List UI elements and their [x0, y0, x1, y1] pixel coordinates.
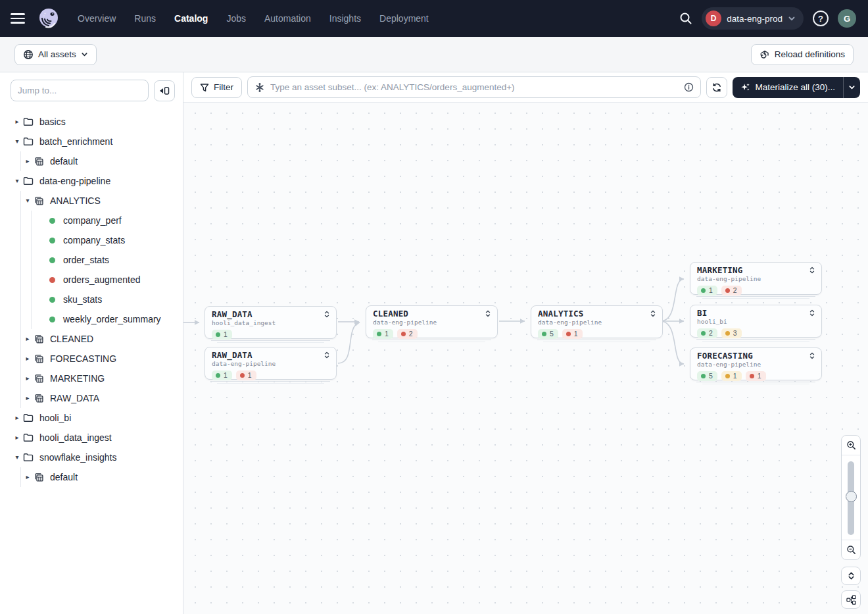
tree-item-batch_enrichment[interactable]: ▾batch_enrichment — [0, 132, 183, 151]
caret-right-icon[interactable]: ▸ — [22, 395, 33, 401]
nav-item-jobs[interactable]: Jobs — [226, 13, 246, 24]
asset-scope-button[interactable]: All assets — [14, 44, 97, 65]
asset-group-node-cleaned[interactable]: CLEANEDdata-eng-pipeline12 — [366, 305, 498, 338]
tree-item-default[interactable]: ▸default — [0, 151, 183, 171]
indent-guide — [31, 230, 32, 250]
node-title: MARKETING — [697, 266, 743, 275]
tree-item-label: hooli_bi — [39, 413, 71, 423]
tree-item-label: default — [50, 472, 78, 482]
dagster-app: OverviewRunsCatalogJobsAutomationInsight… — [0, 0, 868, 614]
unfold-icon[interactable] — [324, 311, 330, 318]
node-title: ANALYTICS — [538, 309, 584, 319]
tree-item-label: FORECASTING — [50, 353, 116, 364]
reload-definitions-button[interactable]: Reload definitions — [751, 44, 854, 65]
tree-item-ANALYTICS[interactable]: ▾ANALYTICS — [0, 191, 183, 211]
tree-item-hooli_bi[interactable]: ▸hooli_bi — [0, 408, 183, 428]
tree-item-FORECASTING[interactable]: ▸FORECASTING — [0, 349, 183, 369]
unfold-icon[interactable] — [809, 309, 815, 317]
asset-subset-input[interactable] — [270, 82, 679, 92]
asset-status-dot — [46, 238, 58, 243]
caret-right-icon[interactable]: ▸ — [22, 375, 33, 382]
lineage-canvas[interactable]: RAW_DATAhooli_data_ingest1RAW_DATAdata-e… — [183, 103, 868, 614]
unfold-icon[interactable] — [809, 267, 815, 274]
zoom-out-icon[interactable] — [842, 540, 860, 559]
tree-item-data-eng-pipeline[interactable]: ▾data-eng-pipeline — [0, 171, 183, 191]
status-badge-failed: 1 — [746, 371, 766, 381]
materialize-all-button[interactable]: Materialize all (30)... — [733, 77, 843, 98]
tree-item-company_perf[interactable]: company_perf — [0, 211, 183, 230]
filter-button[interactable]: Filter — [191, 77, 242, 98]
unfold-icon[interactable] — [809, 352, 815, 359]
tree-item-label: company_stats — [63, 235, 125, 245]
asset-group-node-analytics[interactable]: ANALYTICSdata-eng-pipeline51 — [531, 305, 663, 338]
zoom-slider[interactable] — [842, 455, 860, 540]
nav-item-overview[interactable]: Overview — [78, 13, 116, 24]
search-icon[interactable] — [679, 12, 692, 25]
tree-item-sku_stats[interactable]: sku_stats — [0, 290, 183, 309]
caret-down-icon[interactable]: ▾ — [12, 178, 22, 184]
caret-right-icon[interactable]: ▸ — [22, 474, 33, 480]
node-subtitle: data-eng-pipeline — [538, 319, 656, 326]
indent-guide — [20, 230, 21, 250]
caret-right-icon[interactable]: ▸ — [22, 336, 33, 342]
graph-layout-icon[interactable] — [841, 590, 861, 609]
refresh-icon[interactable] — [706, 77, 727, 98]
chevron-down-icon — [81, 51, 88, 58]
help-icon[interactable]: ? — [813, 11, 829, 26]
tree-item-company_stats[interactable]: company_stats — [0, 230, 183, 250]
zoom-in-icon[interactable] — [842, 436, 860, 455]
tree-item-basics[interactable]: ▸basics — [0, 112, 183, 132]
asset-group-icon — [33, 196, 45, 206]
deployment-switcher[interactable]: D data-eng-prod — [702, 7, 804, 30]
tree-item-orders_augmented[interactable]: orders_augmented — [0, 270, 183, 290]
tree-item-label: weekly_order_summary — [63, 314, 161, 324]
status-badge-success: 1 — [212, 371, 232, 380]
zoom-slider-thumb[interactable] — [846, 491, 857, 502]
main: ▸basics▾batch_enrichment▸default▾data-en… — [0, 72, 868, 614]
info-icon[interactable] — [684, 82, 694, 92]
asset-group-icon — [33, 354, 45, 364]
caret-right-icon[interactable]: ▸ — [22, 355, 33, 362]
user-avatar[interactable]: G — [838, 9, 856, 28]
jump-to-input[interactable] — [11, 80, 149, 101]
nav-item-catalog[interactable]: Catalog — [174, 13, 208, 24]
tree-item-CLEANED[interactable]: ▸CLEANED — [0, 329, 183, 349]
unfold-icon[interactable] — [485, 310, 491, 317]
nav-item-automation[interactable]: Automation — [264, 13, 311, 24]
nav-item-runs[interactable]: Runs — [134, 13, 156, 24]
unfold-icon[interactable] — [324, 351, 330, 359]
asset-group-node-bi[interactable]: BIhooli_bi23 — [690, 305, 822, 338]
caret-right-icon[interactable]: ▸ — [12, 118, 22, 125]
dagster-logo-icon[interactable] — [37, 7, 60, 30]
asset-group-node-raw_data_pipeline[interactable]: RAW_DATAdata-eng-pipeline11 — [205, 347, 337, 380]
tree-item-weekly_order_summary[interactable]: weekly_order_summary — [0, 309, 183, 329]
node-subtitle: hooli_bi — [697, 318, 815, 325]
subheader: All assets Reload definitions — [0, 37, 868, 72]
nav-item-deployment[interactable]: Deployment — [379, 13, 429, 24]
unfold-icon[interactable] — [650, 310, 656, 317]
materialize-options-button[interactable] — [843, 77, 860, 98]
asset-group-node-forecasting[interactable]: FORECASTINGdata-eng-pipeline511 — [690, 347, 822, 380]
menu-icon[interactable] — [11, 12, 28, 25]
tree-item-MARKETING[interactable]: ▸MARKETING — [0, 369, 183, 388]
tree-item-order_stats[interactable]: order_stats — [0, 250, 183, 270]
caret-right-icon[interactable]: ▸ — [12, 434, 22, 441]
caret-right-icon[interactable]: ▸ — [12, 415, 22, 421]
tree-item-label: data-eng-pipeline — [39, 176, 110, 186]
asset-group-node-marketing[interactable]: MARKETINGdata-eng-pipeline12 — [690, 262, 822, 295]
caret-down-icon[interactable]: ▾ — [22, 197, 33, 204]
status-badge-failed: 1 — [562, 329, 583, 339]
caret-down-icon[interactable]: ▾ — [12, 138, 22, 145]
tree-item-label: MARKETING — [50, 373, 105, 384]
asset-group-node-raw_data_ingest[interactable]: RAW_DATAhooli_data_ingest1 — [205, 306, 337, 339]
tree-item-RAW_DATA[interactable]: ▸RAW_DATA — [0, 388, 183, 408]
caret-down-icon[interactable]: ▾ — [12, 454, 22, 461]
asset-group-icon — [33, 334, 45, 344]
caret-right-icon[interactable]: ▸ — [22, 158, 33, 165]
tree-item-default[interactable]: ▸default — [0, 467, 183, 487]
expand-all-groups-icon[interactable] — [841, 567, 861, 585]
collapse-sidebar-icon[interactable] — [154, 80, 175, 101]
tree-item-snowflake_insights[interactable]: ▾snowflake_insights — [0, 448, 183, 467]
tree-item-hooli_data_ingest[interactable]: ▸hooli_data_ingest — [0, 428, 183, 448]
nav-item-insights[interactable]: Insights — [329, 13, 361, 24]
